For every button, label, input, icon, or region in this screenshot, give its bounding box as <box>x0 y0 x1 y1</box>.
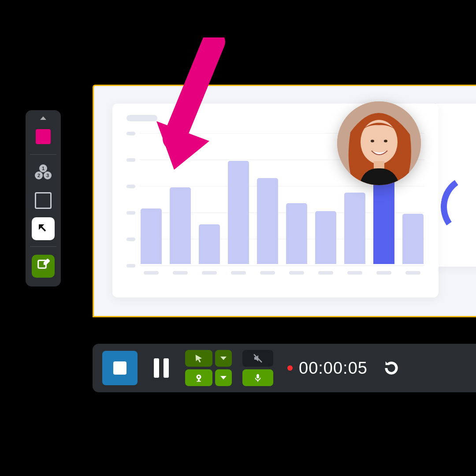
chart-bar <box>344 193 365 275</box>
microphone-button[interactable] <box>242 369 273 386</box>
webcam-button[interactable] <box>185 369 212 386</box>
arrow-tool[interactable] <box>32 217 55 240</box>
restart-icon <box>383 359 400 377</box>
webcam-icon <box>194 373 204 383</box>
system-audio-mute-button[interactable] <box>242 350 273 367</box>
edit-icon <box>37 259 50 274</box>
speaker-muted-icon <box>253 353 263 364</box>
chart-title-placeholder <box>126 115 157 121</box>
svg-point-2 <box>361 120 398 164</box>
microphone-icon <box>253 373 263 383</box>
chevron-down-icon <box>220 357 227 360</box>
svg-point-4 <box>384 140 387 142</box>
chevron-down-icon <box>220 376 227 379</box>
square-icon <box>36 129 51 144</box>
numbered-steps-tool[interactable]: 1 2 3 <box>32 161 55 184</box>
audio-button-group <box>242 350 273 386</box>
chevron-up-icon[interactable] <box>40 116 46 120</box>
chart-bar <box>141 208 162 275</box>
cursor-effects-dropdown[interactable] <box>215 350 232 367</box>
color-swatch-tool[interactable] <box>32 125 55 148</box>
arrow-icon <box>37 222 50 235</box>
edit-annotation-tool[interactable] <box>32 255 55 278</box>
numbered-steps-icon: 1 2 3 <box>35 166 51 179</box>
pause-icon <box>164 358 169 378</box>
recorder-toolbar: 00:00:05 <box>93 344 476 392</box>
chart-bar <box>286 203 307 275</box>
annotation-toolbar: 1 2 3 <box>26 110 61 286</box>
svg-point-7 <box>198 376 200 378</box>
side-widget-card <box>432 104 476 267</box>
recording-timer: 00:00:05 <box>287 359 368 378</box>
effects-button-group <box>185 350 232 386</box>
recording-canvas <box>93 85 476 317</box>
chart-bar <box>170 187 191 275</box>
cursor-icon <box>194 353 204 363</box>
toolbar-divider <box>30 246 56 247</box>
pause-button[interactable] <box>148 355 175 381</box>
chart-bar <box>199 224 220 275</box>
chart-bar <box>228 161 249 275</box>
stop-icon <box>113 361 126 375</box>
webcam-dropdown[interactable] <box>215 369 232 386</box>
toolbar-divider <box>30 154 56 155</box>
stop-button[interactable] <box>102 351 138 385</box>
rectangle-icon <box>35 192 52 209</box>
restart-button[interactable] <box>381 357 402 379</box>
chart-bar <box>315 211 336 275</box>
rectangle-tool[interactable] <box>32 189 55 212</box>
webcam-overlay[interactable] <box>337 101 421 185</box>
svg-point-3 <box>371 140 374 142</box>
elapsed-time: 00:00:05 <box>299 359 368 378</box>
pause-icon <box>154 358 159 378</box>
recording-indicator-icon <box>287 365 293 371</box>
chart-bar <box>257 178 278 275</box>
svg-rect-8 <box>257 374 259 379</box>
chart-bar <box>402 214 424 275</box>
cursor-effects-button[interactable] <box>185 350 212 367</box>
svg-rect-9 <box>257 380 258 382</box>
donut-arc-icon <box>435 169 476 244</box>
